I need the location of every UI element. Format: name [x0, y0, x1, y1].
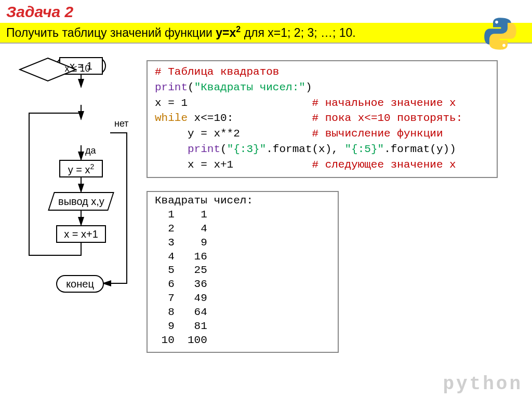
- flowchart: начало x = 1 x ≤ 10 нет да y = x2 вывод …: [19, 57, 136, 317]
- output-row: 6 36: [155, 278, 207, 290]
- output-row: 3 9: [155, 237, 207, 249]
- flow-output: вывод x,y: [48, 192, 114, 211]
- flow-no-label: нет: [114, 118, 129, 129]
- output-row: 4 16: [155, 251, 207, 263]
- subtitle-func: y=x2: [216, 26, 241, 39]
- svg-point-0: [495, 21, 498, 24]
- svg-point-1: [502, 44, 506, 47]
- output-row: 8 64: [155, 306, 207, 318]
- output-row: 5 25: [155, 264, 207, 276]
- python-logo-icon: [482, 16, 518, 52]
- flow-cond: x ≤ 10: [19, 57, 76, 82]
- output-row: 10 100: [155, 334, 207, 346]
- code-listing: # Таблица квадратов print("Квадраты чисе…: [147, 60, 498, 178]
- output-row: 7 49: [155, 292, 207, 304]
- output-row: 9 81: [155, 320, 207, 332]
- flow-end: конец: [56, 275, 104, 293]
- flow-calc: y = x2: [59, 160, 103, 177]
- output-listing: Квадраты чисел: 1 1 2 4 3 9 4 16 5 25 6 …: [147, 191, 339, 353]
- subtitle-prefix: Получить таблицу значений функции: [6, 26, 216, 39]
- output-row: 1 1: [155, 209, 207, 221]
- python-watermark: python: [443, 374, 523, 395]
- output-header: Квадраты чисел:: [155, 195, 253, 207]
- task-title: Задача 2: [0, 0, 532, 23]
- task-subtitle: Получить таблицу значений функции y=x2 д…: [0, 23, 532, 44]
- flow-yes-label: да: [85, 145, 96, 156]
- flow-inc: x = x+1: [56, 225, 106, 243]
- subtitle-suffix: для x=1; 2; 3; …; 10.: [241, 26, 355, 39]
- output-row: 2 4: [155, 223, 207, 235]
